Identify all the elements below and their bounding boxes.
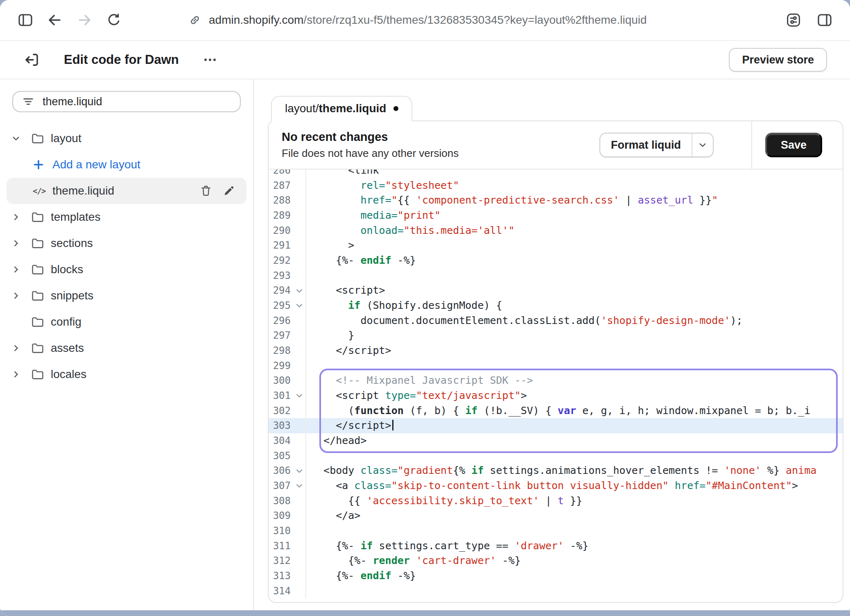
code-line-308: 308 {{ 'accessibility.skip_to_text' | t … [269, 494, 843, 509]
fold-toggle-icon[interactable] [293, 298, 306, 313]
tree-item-snippets[interactable]: snippets [7, 283, 246, 309]
chevron-down-icon[interactable] [11, 134, 31, 143]
browser-window: admin.shopify.com/store/rzq1xu-f5/themes… [0, 0, 850, 616]
code-text: <script type="text/javascript"> [306, 388, 843, 403]
gutter-spacer [293, 433, 306, 448]
folder-icon [31, 342, 44, 355]
fold-toggle-icon[interactable] [293, 463, 306, 478]
tree-item-layout[interactable]: layout [7, 125, 246, 152]
line-number: 302 [269, 403, 293, 419]
line-number: 291 [269, 238, 293, 253]
url-bar[interactable]: admin.shopify.com/store/rzq1xu-f5/themes… [188, 14, 647, 27]
delete-file-icon[interactable] [200, 185, 212, 197]
unsaved-changes-dot [393, 106, 398, 111]
exit-code-editor-icon[interactable] [20, 48, 44, 72]
browser-settings-icon[interactable] [781, 8, 806, 32]
line-number: 313 [269, 568, 293, 584]
tree-item-label: blocks [51, 263, 83, 276]
gutter-spacer [293, 343, 306, 358]
format-liquid-button[interactable]: Format liquid [599, 133, 714, 157]
chevron-right-icon[interactable] [11, 213, 31, 222]
folder-icon [31, 237, 44, 250]
code-text: </script> [306, 418, 843, 433]
code-text: </script> [306, 343, 843, 358]
code-text: <!-- Mixpanel Javascript SDK --> [306, 373, 843, 388]
format-options-chevron-icon[interactable] [692, 134, 713, 156]
chevron-right-icon[interactable] [11, 370, 31, 379]
editor-area: layout/theme.liquid No recent changes Fi… [254, 79, 850, 610]
line-number: 288 [269, 193, 293, 208]
gutter-spacer [293, 539, 306, 554]
code-line-304: 304 </head> [269, 433, 843, 448]
window-bottom-strip [0, 610, 850, 616]
code-line-295: 295 if (Shopify.designMode) { [269, 298, 843, 313]
gutter-spacer [293, 358, 306, 374]
version-bar: No recent changes File does not have any… [269, 121, 843, 170]
rename-file-icon[interactable] [223, 185, 235, 197]
reload-icon[interactable] [102, 8, 126, 32]
line-number: 295 [269, 298, 293, 313]
fold-toggle-icon[interactable] [293, 283, 306, 298]
split-view-icon[interactable] [812, 8, 837, 32]
file-search-value: theme.liquid [43, 95, 102, 108]
chevron-right-icon[interactable] [11, 239, 31, 248]
forward-icon[interactable] [72, 8, 97, 32]
code-line-307: 307 <a class="skip-to-content-link butto… [269, 478, 843, 494]
tree-item-blocks[interactable]: blocks [7, 256, 246, 283]
code-editor[interactable]: 286 <link287 rel="stylesheet"288 href="{… [269, 170, 843, 602]
sidebar-toggle-icon[interactable] [13, 8, 38, 32]
code-line-291: 291 > [269, 238, 843, 253]
chevron-right-icon[interactable] [11, 291, 31, 300]
code-panel: No recent changes File does not have any… [268, 120, 843, 603]
code-line-288: 288 href="{{ 'component-predictive-searc… [269, 193, 843, 208]
back-icon[interactable] [43, 8, 67, 32]
chevron-right-icon[interactable] [11, 344, 31, 353]
file-search-input[interactable]: theme.liquid [12, 91, 241, 112]
code-line-293: 293 [269, 268, 843, 283]
folder-icon [31, 289, 44, 302]
tree-item-locales[interactable]: locales [7, 361, 246, 387]
line-number: 299 [269, 358, 293, 374]
code-file-icon: </> [33, 186, 46, 195]
tree-item-config[interactable]: config [7, 309, 246, 335]
tree-item-theme-liquid[interactable]: </>theme.liquid [7, 178, 246, 204]
gutter-spacer [293, 553, 306, 568]
line-number: 300 [269, 373, 293, 388]
code-text: onload="this.media='all'" [306, 223, 843, 238]
preview-store-button[interactable]: Preview store [729, 48, 827, 72]
tree-item-sections[interactable]: sections [7, 230, 246, 256]
line-number: 309 [269, 508, 293, 523]
code-text: {{ 'accessibility.skip_to_text' | t }} [306, 494, 843, 509]
link-icon [188, 14, 201, 27]
line-number: 292 [269, 253, 293, 268]
screen: admin.shopify.com/store/rzq1xu-f5/themes… [0, 0, 850, 616]
line-number: 305 [269, 448, 293, 464]
gutter-spacer [293, 253, 306, 268]
code-text [306, 358, 843, 374]
gutter-spacer [293, 568, 306, 584]
code-text: </a> [306, 508, 843, 523]
page-title: Edit code for Dawn [64, 52, 179, 67]
code-text: {%- render 'cart-drawer' -%} [306, 553, 843, 568]
save-button[interactable]: Save [765, 133, 822, 157]
more-actions-icon[interactable] [199, 48, 222, 71]
chevron-right-icon[interactable] [11, 265, 31, 274]
fold-toggle-icon[interactable] [293, 388, 306, 403]
tree-item-label: templates [51, 211, 100, 224]
status-subtitle: File does not have any other versions [282, 147, 459, 160]
gutter-spacer [293, 448, 306, 464]
code-text: <link [306, 170, 843, 178]
fold-toggle-icon[interactable] [293, 478, 306, 494]
gutter-spacer [293, 373, 306, 388]
tab-theme-liquid[interactable]: layout/theme.liquid [271, 96, 412, 121]
gutter-spacer [293, 328, 306, 343]
code-line-297: 297 } [269, 328, 843, 343]
code-line-311: 311 {%- if settings.cart_type == 'drawer… [269, 539, 843, 554]
tree-item-templates[interactable]: templates [7, 204, 246, 230]
gutter-spacer [293, 223, 306, 238]
tree-item-assets[interactable]: assets [7, 335, 246, 361]
gutter-spacer [293, 208, 306, 223]
code-line-299: 299 [269, 358, 843, 374]
tree-item-add-new-layout[interactable]: Add a new layout [7, 152, 246, 178]
line-number: 308 [269, 494, 293, 509]
